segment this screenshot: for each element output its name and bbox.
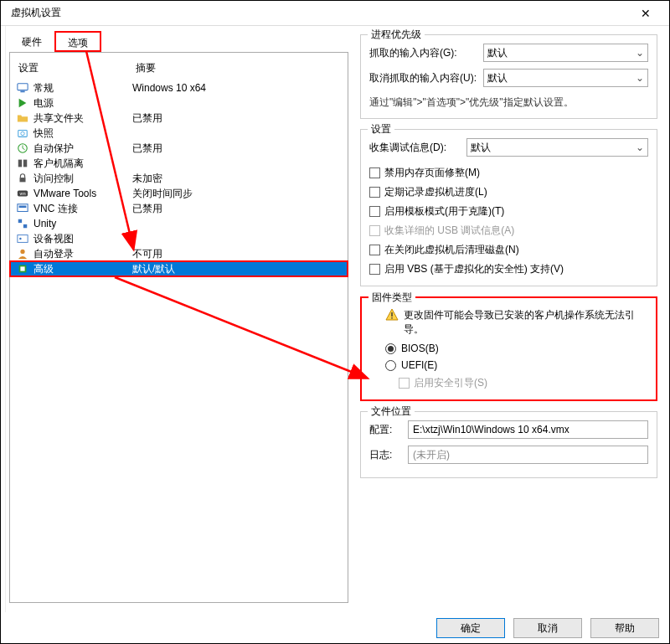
list-item-power[interactable]: 电源 bbox=[10, 95, 348, 111]
group-title: 设置 bbox=[368, 122, 394, 137]
row-label: 电源 bbox=[34, 96, 132, 111]
firmware-warning: 更改固件可能会导致已安装的客户机操作系统无法引导。 bbox=[370, 307, 647, 340]
radio-label: BIOS(B) bbox=[401, 343, 439, 354]
cb-usb-row: 收集详细的 USB 调试信息(A) bbox=[369, 221, 648, 240]
list-item-unity[interactable]: Unity bbox=[10, 216, 348, 231]
cb-vbs-row[interactable]: 启用 VBS (基于虚拟化的安全性) 支持(V) bbox=[369, 260, 648, 279]
radio-bios[interactable]: BIOS(B) bbox=[370, 340, 647, 357]
svg-point-18 bbox=[20, 250, 24, 254]
svg-rect-8 bbox=[23, 160, 27, 167]
svg-rect-3 bbox=[20, 91, 24, 93]
row-label: 自动登录 bbox=[34, 247, 132, 261]
row-label: VNC 连接 bbox=[34, 202, 132, 216]
priority-hint: 通过"编辑">"首选项">"优先级"指定默认设置。 bbox=[369, 94, 648, 111]
svg-rect-20 bbox=[20, 266, 24, 270]
cb-clean-row[interactable]: 在关闭此虚拟机后清理磁盘(N) bbox=[369, 240, 648, 260]
cb-label: 启用安全引导(S) bbox=[414, 376, 487, 390]
list-item-general[interactable]: 常规 Windows 10 x64 bbox=[10, 80, 348, 95]
list-item-shared-folders[interactable]: 共享文件夹 已禁用 bbox=[10, 111, 348, 126]
chip-icon bbox=[15, 262, 30, 276]
cb-template-row[interactable]: 启用模板模式(用于克隆)(T) bbox=[369, 202, 648, 221]
col-header-setting: 设置 bbox=[18, 61, 136, 75]
row-summary: 关闭时间同步 bbox=[132, 187, 343, 201]
svg-rect-22 bbox=[391, 317, 392, 319]
group-title: 固件类型 bbox=[368, 291, 415, 305]
ungrab-select[interactable]: 默认 bbox=[483, 69, 648, 87]
row-summary: 未加密 bbox=[132, 172, 343, 186]
svg-rect-9 bbox=[20, 178, 26, 182]
select-value: 默认 bbox=[487, 46, 508, 60]
cb-log-row[interactable]: 定期记录虚拟机进度(L) bbox=[369, 183, 648, 202]
row-label: 自动保护 bbox=[34, 142, 132, 156]
config-path-input[interactable]: E:\xtzj\Win10\Windows 10 x64.vmx bbox=[408, 420, 648, 439]
debug-select[interactable]: 默认 bbox=[466, 138, 648, 157]
vnc-icon bbox=[15, 202, 30, 215]
row-summary: 默认/默认 bbox=[132, 262, 343, 276]
grab-select[interactable]: 默认 bbox=[483, 44, 648, 62]
tab-options[interactable]: 选项 bbox=[54, 31, 101, 52]
warning-text: 更改固件可能会导致已安装的客户机操作系统无法引导。 bbox=[404, 308, 647, 337]
unity-icon bbox=[15, 217, 30, 230]
log-path-input[interactable]: (未开启) bbox=[408, 446, 648, 464]
monitor-icon bbox=[15, 81, 30, 95]
row-label: VMware Tools bbox=[34, 188, 132, 199]
list-header: 设置 摘要 bbox=[10, 59, 348, 80]
settings-list: 设置 摘要 常规 Windows 10 x64 电源 bbox=[9, 52, 348, 603]
close-button[interactable]: ✕ bbox=[629, 2, 662, 25]
checkbox-icon bbox=[369, 225, 380, 236]
list-item-access-control[interactable]: 访问控制 未加密 bbox=[10, 171, 348, 186]
svg-rect-4 bbox=[18, 131, 28, 137]
cb-label: 启用模板模式(用于克隆)(T) bbox=[384, 204, 504, 219]
input-value: E:\xtzj\Win10\Windows 10 x64.vmx bbox=[413, 424, 570, 435]
group-firmware: 固件类型 更改固件可能会导致已安装的客户机操作系统无法引导。 BIOS(B) U… bbox=[360, 296, 657, 401]
select-value: 默认 bbox=[487, 71, 508, 85]
row-label: 客户机隔离 bbox=[34, 157, 132, 171]
cb-label: 定期记录虚拟机进度(L) bbox=[384, 185, 487, 199]
tab-hardware[interactable]: 硬件 bbox=[9, 31, 54, 52]
debug-label: 收集调试信息(D): bbox=[369, 141, 461, 155]
list-item-appliance-view[interactable]: 设备视图 bbox=[10, 231, 348, 246]
tab-bar: 硬件 选项 bbox=[9, 31, 348, 53]
svg-text:vm: vm bbox=[20, 191, 27, 196]
svg-rect-15 bbox=[23, 224, 27, 228]
radio-icon bbox=[385, 360, 396, 371]
list-item-advanced[interactable]: 高级 默认/默认 bbox=[10, 261, 348, 276]
row-summary: 已禁用 bbox=[132, 202, 343, 216]
group-priority: 进程优先级 抓取的输入内容(G): 默认 取消抓取的输入内容(U): 默认 通过… bbox=[360, 34, 657, 119]
group-settings: 设置 收集调试信息(D): 默认 禁用内存页面修整(M) 定期记录虚拟机进度(L… bbox=[360, 129, 657, 286]
row-label: 高级 bbox=[34, 262, 132, 276]
dialog-button-bar: 确定 取消 帮助 bbox=[436, 618, 659, 638]
checkbox-icon bbox=[369, 206, 380, 217]
list-item-vmware-tools[interactable]: vm VMware Tools 关闭时间同步 bbox=[10, 186, 348, 201]
cancel-button[interactable]: 取消 bbox=[513, 618, 582, 638]
content: 硬件 选项 设置 摘要 常规 Windows 10 x64 bbox=[1, 26, 669, 612]
group-title: 文件位置 bbox=[368, 404, 415, 419]
ungrab-label: 取消抓取的输入内容(U): bbox=[369, 71, 478, 85]
checkbox-icon bbox=[369, 264, 380, 275]
list-item-guest-isolation[interactable]: 客户机隔离 bbox=[10, 156, 348, 171]
list-item-autologin[interactable]: 自动登录 不可用 bbox=[10, 246, 348, 261]
svg-point-17 bbox=[19, 238, 21, 240]
titlebar: 虚拟机设置 ✕ bbox=[1, 1, 669, 26]
cb-mem-row[interactable]: 禁用内存页面修整(M) bbox=[369, 163, 648, 183]
checkbox-icon bbox=[369, 167, 380, 178]
play-icon bbox=[15, 96, 30, 110]
radio-uefi[interactable]: UEFI(E) bbox=[370, 357, 647, 374]
list-item-snapshots[interactable]: 快照 bbox=[10, 126, 348, 141]
col-header-summary: 摘要 bbox=[136, 61, 339, 75]
row-summary: 已禁用 bbox=[132, 111, 343, 126]
svg-rect-21 bbox=[391, 312, 392, 317]
checkbox-icon bbox=[399, 378, 410, 389]
list-item-autoprotect[interactable]: 自动保护 已禁用 bbox=[10, 141, 348, 156]
svg-rect-7 bbox=[18, 160, 22, 167]
help-button[interactable]: 帮助 bbox=[590, 618, 659, 638]
list-item-vnc[interactable]: VNC 连接 已禁用 bbox=[10, 201, 348, 216]
row-label: 共享文件夹 bbox=[34, 111, 132, 126]
vm-settings-window: 虚拟机设置 ✕ 硬件 选项 bbox=[0, 0, 670, 644]
checkbox-icon bbox=[369, 187, 380, 198]
row-label: 设备视图 bbox=[34, 232, 132, 246]
folder-icon bbox=[15, 111, 30, 125]
ok-button[interactable]: 确定 bbox=[436, 618, 505, 638]
row-label: 快照 bbox=[34, 126, 132, 141]
input-value: (未开启) bbox=[413, 448, 450, 462]
